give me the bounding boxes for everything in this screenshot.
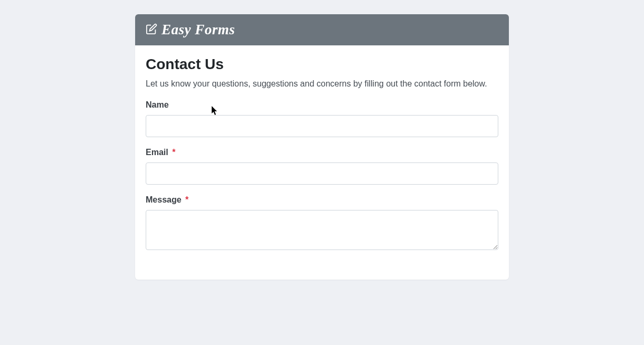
form-description: Let us know your questions, suggestions … [146,79,498,89]
edit-icon [146,23,157,37]
email-label: Email * [146,148,498,157]
message-label-text: Message [146,195,182,204]
email-input[interactable] [146,162,498,185]
form-group-email: Email * [146,148,498,185]
form-group-name: Name [146,100,498,137]
name-label: Name [146,100,498,110]
card-body: Contact Us Let us know your questions, s… [135,45,509,280]
card-header: Easy Forms [135,14,509,45]
message-textarea[interactable] [146,210,498,250]
form-group-message: Message * [146,195,498,252]
message-label: Message * [146,195,498,205]
form-title: Contact Us [146,56,498,73]
name-input[interactable] [146,115,498,137]
form-card: Easy Forms Contact Us Let us know your q… [135,14,509,280]
email-label-text: Email [146,148,168,157]
brand-title: Easy Forms [162,22,235,38]
name-label-text: Name [146,100,169,109]
required-marker: * [185,195,188,204]
required-marker: * [172,148,175,157]
